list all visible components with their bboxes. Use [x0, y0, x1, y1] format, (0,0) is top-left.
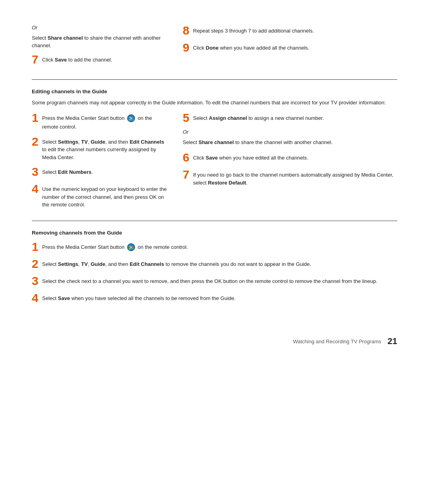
removing-section: Removing channels from the Guide 1 Press…	[32, 229, 397, 304]
removing-step-number-4: 4	[32, 291, 40, 304]
or-label-editing: Or	[183, 128, 397, 136]
editing-step-text-4: Use the numeric keypad on your keyboard …	[42, 182, 167, 209]
editing-step-text-1: Press the Media Center Start button o	[42, 111, 167, 131]
removing-step-text-2: Select Settings, TV, Guide, and then Edi…	[42, 257, 311, 268]
editing-step-number-3: 3	[32, 165, 40, 178]
svg-point-6	[132, 119, 133, 121]
editing-heading: Editing channels in the Guide	[32, 88, 397, 96]
editing-step-5: 5 Select Assign channel to assign a new …	[183, 111, 397, 124]
editing-step-text-3: Select Edit Numbers.	[42, 165, 93, 176]
share-channel-top: Select Share channel to share the channe…	[32, 34, 167, 50]
editing-step-6: 6 Click Save when you have edited all th…	[183, 151, 397, 164]
svg-point-10	[129, 246, 130, 247]
removing-step-number-1: 1	[32, 240, 40, 253]
removing-step-1: 1 Press the Media Center Start button on…	[32, 240, 397, 253]
editing-left-col: 1 Press the Media Center Start button	[32, 111, 167, 213]
step-number-9: 9	[183, 41, 191, 54]
divider-2	[32, 221, 397, 221]
removing-step-2: 2 Select Settings, TV, Guide, and then E…	[32, 257, 397, 270]
svg-point-13	[132, 248, 133, 250]
editing-step-number-4: 4	[32, 182, 40, 195]
step-text-9: Click Done when you have added all the c…	[193, 41, 309, 52]
step-number-7-top: 7	[32, 53, 40, 66]
editing-step-number-6: 6	[183, 151, 191, 164]
footer: Watching and Recording TV Programs 21	[32, 336, 397, 346]
removing-step-number-3: 3	[32, 274, 40, 287]
divider-1	[32, 79, 397, 80]
svg-point-12	[129, 248, 130, 250]
editing-two-col: 1 Press the Media Center Start button	[32, 111, 397, 213]
removing-step-3: 3 Select the check next to a channel you…	[32, 274, 397, 287]
step-text-7-top: Click Save to add the channel.	[42, 53, 112, 64]
svg-point-5	[129, 119, 130, 121]
editing-step-text-6: Click Save when you have edited all the …	[193, 151, 308, 162]
editing-section: Editing channels in the Guide Some progr…	[32, 88, 397, 213]
media-center-icon-2	[127, 243, 135, 252]
step-7-top: 7 Click Save to add the channel.	[32, 53, 167, 66]
editing-step-text-7: If you need to go back to the channel nu…	[193, 168, 397, 187]
top-left-col: Or Select Share channel to share the cha…	[32, 24, 167, 70]
editing-step-1: 1 Press the Media Center Start button	[32, 111, 167, 131]
editing-step-number-7: 7	[183, 168, 191, 181]
removing-step-text-3: Select the check next to a channel you w…	[42, 274, 377, 285]
editing-step-text-2: Select Settings, TV, Guide, and then Edi…	[42, 135, 167, 162]
step-number-8: 8	[183, 24, 191, 37]
removing-step-text-4: Select Save when you have selected all t…	[42, 291, 236, 302]
editing-step-3: 3 Select Edit Numbers.	[32, 165, 167, 178]
or-label-top: Or	[32, 24, 167, 32]
editing-step-2: 2 Select Settings, TV, Guide, and then E…	[32, 135, 167, 162]
footer-label: Watching and Recording TV Programs	[293, 339, 381, 344]
editing-intro: Some program channels may not appear cor…	[32, 99, 397, 107]
step-text-8: Repeat steps 3 through 7 to add addition…	[193, 24, 314, 35]
removing-step-text-1: Press the Media Center Start button on t…	[42, 240, 188, 252]
media-center-icon-1	[127, 114, 135, 123]
editing-step-4: 4 Use the numeric keypad on your keyboar…	[32, 182, 167, 209]
step-8-top: 8 Repeat steps 3 through 7 to add additi…	[183, 24, 397, 37]
svg-point-11	[132, 246, 133, 247]
removing-step-4: 4 Select Save when you have selected all…	[32, 291, 397, 304]
share-channel-editing: Select Share channel to share the channe…	[183, 139, 397, 146]
top-section: Or Select Share channel to share the cha…	[32, 24, 397, 70]
editing-step-7: 7 If you need to go back to the channel …	[183, 168, 397, 187]
editing-step-number-5: 5	[183, 111, 191, 124]
removing-heading: Removing channels from the Guide	[32, 229, 397, 237]
editing-step-text-5: Select Assign channel to assign a new ch…	[193, 111, 324, 122]
editing-right-col: 5 Select Assign channel to assign a new …	[183, 111, 397, 213]
removing-step-number-2: 2	[32, 257, 40, 270]
step-9-top: 9 Click Done when you have added all the…	[183, 41, 397, 54]
svg-point-3	[129, 117, 130, 118]
top-right-col: 8 Repeat steps 3 through 7 to add additi…	[183, 24, 397, 70]
editing-step-number-2: 2	[32, 135, 40, 148]
editing-step-number-1: 1	[32, 111, 40, 124]
svg-point-4	[132, 117, 133, 118]
page-number: 21	[388, 336, 397, 346]
